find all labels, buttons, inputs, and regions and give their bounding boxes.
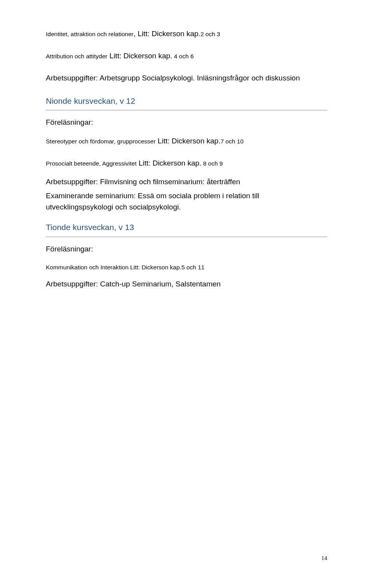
spacer [46, 149, 327, 158]
text-segment: Litt: Dickerson kap. [156, 137, 221, 145]
spacer [46, 84, 327, 96]
page-number: 14 [321, 555, 327, 562]
text-segment: , Litt: Dickerson kap. [134, 30, 200, 38]
spacer [46, 171, 327, 176]
subheading-forelasningar-1: Föreläsningar: [46, 118, 327, 127]
line-attribution: Attribution och attityder Litt: Dickerso… [46, 51, 327, 61]
text-segment: 2 och 3 [200, 31, 220, 37]
subheading-forelasningar-2: Föreläsningar: [46, 245, 327, 253]
heading-tionde: Tionde kursveckan, v 13 [46, 222, 327, 232]
text-segment: 4 och 6 [172, 53, 193, 59]
separator [46, 237, 327, 237]
line-arbetsuppgifter-3: Arbetsuppgifter: Catch-up Seminarium, Sa… [46, 280, 327, 288]
spacer [46, 42, 327, 51]
text-segment: Kommunikation och Interaktion Litt: Dick… [46, 264, 181, 270]
spacer [46, 127, 327, 136]
text-segment: Stereotyper och fördomar, grupprocesser [46, 138, 156, 145]
line-arbetsuppgifter-2: Arbetsuppgifter: Filmvisning och filmsem… [46, 176, 327, 187]
spacer [46, 274, 327, 280]
line-examinerande: Examinerande seminarium: Essä om sociala… [46, 190, 327, 213]
line-arbetsuppgifter-1: Arbetsuppgifter: Arbetsgrupp Socialpsyko… [46, 73, 327, 84]
line-identitet: Identitet, attraktion och relationer, Li… [46, 29, 327, 39]
text-segment: 5 och 11 [181, 264, 204, 270]
heading-nionde: Nionde kursveckan, v 12 [46, 96, 327, 106]
spacer [46, 63, 327, 73]
line-stereotyper: Stereotyper och fördomar, grupprocesser … [46, 136, 327, 147]
page: Identitet, attraktion och relationer, Li… [0, 0, 373, 588]
spacer [46, 253, 327, 263]
text-segment: 7 och 10 [220, 138, 243, 145]
text-segment: Prosocialt beteende, Aggressivitet [46, 160, 137, 167]
text-segment: Litt: Dickerson kap. [108, 52, 173, 60]
text-segment: Attribution och attityder [46, 53, 108, 59]
text-segment: Identitet, attraktion och relationer [46, 31, 134, 37]
text-segment: 8 och 9 [201, 160, 223, 167]
text-segment: Litt: Dickerson kap. [137, 159, 202, 167]
separator [46, 110, 327, 110]
spacer [46, 213, 327, 222]
line-prosocialt: Prosocialt beteende, Aggressivitet Litt:… [46, 158, 327, 169]
line-kommunikation: Kommunikation och Interaktion Litt: Dick… [46, 263, 327, 272]
